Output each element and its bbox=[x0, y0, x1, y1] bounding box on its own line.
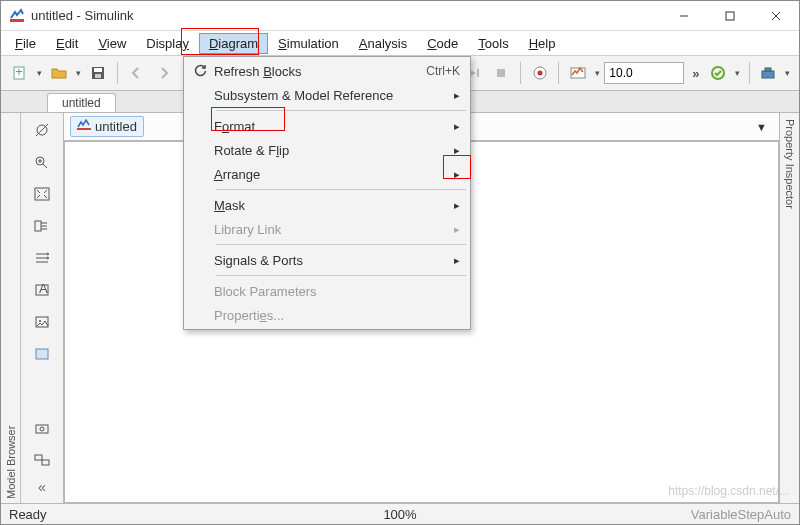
maximize-button[interactable] bbox=[707, 1, 753, 31]
menu-diagram[interactable]: Diagram bbox=[199, 33, 268, 54]
svg-line-23 bbox=[43, 164, 47, 168]
svg-rect-37 bbox=[77, 128, 91, 130]
svg-point-31 bbox=[39, 320, 41, 322]
svg-rect-9 bbox=[95, 74, 101, 78]
svg-text:+: + bbox=[15, 65, 23, 79]
right-panel[interactable]: Property Inspector bbox=[779, 113, 799, 503]
svg-rect-2 bbox=[726, 12, 734, 20]
status-zoom[interactable]: 100% bbox=[383, 507, 416, 522]
property-inspector-label: Property Inspector bbox=[784, 113, 796, 503]
advisor-dropdown[interactable]: ▾ bbox=[733, 68, 743, 78]
status-left: Ready bbox=[9, 507, 47, 522]
minimize-button[interactable] bbox=[661, 1, 707, 31]
breadcrumb-dropdown[interactable]: ▼ bbox=[756, 121, 773, 133]
advisor-button[interactable] bbox=[706, 60, 731, 86]
svg-rect-18 bbox=[762, 71, 774, 78]
svg-point-34 bbox=[40, 427, 44, 431]
stop-button[interactable] bbox=[488, 60, 513, 86]
scope-dropdown[interactable]: ▾ bbox=[593, 68, 603, 78]
menu-tools[interactable]: Tools bbox=[468, 33, 518, 54]
palette-hide-icon[interactable] bbox=[28, 117, 56, 143]
forward-button[interactable] bbox=[151, 60, 176, 86]
dd-refresh-blocks[interactable]: Refresh Blocks Ctrl+K bbox=[186, 59, 468, 83]
refresh-icon bbox=[186, 64, 214, 78]
svg-rect-36 bbox=[42, 460, 49, 465]
menu-view[interactable]: View bbox=[88, 33, 136, 54]
svg-line-21 bbox=[36, 124, 48, 136]
svg-rect-13 bbox=[497, 69, 505, 77]
dd-format[interactable]: Format▸ bbox=[186, 114, 468, 138]
menu-edit[interactable]: Edit bbox=[46, 33, 88, 54]
open-dropdown[interactable]: ▾ bbox=[74, 68, 84, 78]
svg-rect-35 bbox=[35, 455, 42, 460]
menu-file[interactable]: File bbox=[5, 33, 46, 54]
menu-code[interactable]: Code bbox=[417, 33, 468, 54]
palette-zoom-icon[interactable] bbox=[28, 149, 56, 175]
back-button[interactable] bbox=[124, 60, 149, 86]
breadcrumb-label: untitled bbox=[95, 119, 137, 134]
svg-rect-8 bbox=[94, 68, 102, 72]
svg-rect-33 bbox=[36, 425, 48, 433]
record-button[interactable] bbox=[527, 60, 552, 86]
menu-simulation[interactable]: Simulation bbox=[268, 33, 349, 54]
palette-fit-icon[interactable] bbox=[28, 181, 56, 207]
palette-explorer-icon[interactable] bbox=[28, 213, 56, 239]
palette-screenshot-icon[interactable] bbox=[28, 447, 56, 473]
menu-help[interactable]: Help bbox=[519, 33, 566, 54]
titlebar: untitled - Simulink bbox=[1, 1, 799, 31]
window-title: untitled - Simulink bbox=[31, 8, 661, 23]
dd-block-params: Block Parameters bbox=[186, 279, 468, 303]
svg-rect-19 bbox=[765, 68, 771, 71]
palette-image-icon[interactable] bbox=[28, 309, 56, 335]
palette-viewmark-icon[interactable] bbox=[28, 415, 56, 441]
dd-subsystem-ref[interactable]: Subsystem & Model Reference▸ bbox=[186, 83, 468, 107]
model-browser-label[interactable]: Model Browser bbox=[5, 113, 17, 503]
svg-rect-26 bbox=[35, 188, 49, 200]
palette-annotate-icon[interactable]: A bbox=[28, 277, 56, 303]
scope-button[interactable] bbox=[565, 60, 590, 86]
toolbar-more[interactable]: » bbox=[688, 66, 703, 81]
dd-properties: Properties... bbox=[186, 303, 468, 327]
tab-untitled[interactable]: untitled bbox=[47, 93, 116, 112]
build-dropdown[interactable]: ▾ bbox=[783, 68, 793, 78]
breadcrumb-model[interactable]: untitled bbox=[70, 116, 144, 137]
save-button[interactable] bbox=[85, 60, 110, 86]
new-button[interactable]: + bbox=[7, 60, 32, 86]
open-button[interactable] bbox=[46, 60, 71, 86]
svg-rect-12 bbox=[477, 69, 479, 77]
palette-collapse[interactable]: « bbox=[38, 479, 46, 495]
palette-sequence-icon[interactable] bbox=[28, 245, 56, 271]
stop-time-input[interactable] bbox=[604, 62, 684, 84]
menu-display[interactable]: Display bbox=[136, 33, 199, 54]
simulink-icon bbox=[9, 8, 25, 24]
statusbar: Ready 100% VariableStepAuto bbox=[1, 503, 799, 525]
diagram-dropdown: Refresh Blocks Ctrl+K Subsystem & Model … bbox=[183, 56, 471, 330]
new-dropdown[interactable]: ▾ bbox=[34, 68, 44, 78]
menu-analysis[interactable]: Analysis bbox=[349, 33, 417, 54]
svg-rect-27 bbox=[35, 221, 41, 231]
status-solver[interactable]: VariableStepAuto bbox=[691, 507, 791, 522]
dd-arrange[interactable]: Arrange▸ bbox=[186, 162, 468, 186]
dd-signals-ports[interactable]: Signals & Ports▸ bbox=[186, 248, 468, 272]
svg-text:A: A bbox=[39, 282, 48, 296]
menubar: File Edit View Display Diagram Simulatio… bbox=[1, 31, 799, 56]
build-button[interactable] bbox=[756, 60, 781, 86]
close-button[interactable] bbox=[753, 1, 799, 31]
dd-library-link: Library Link▸ bbox=[186, 217, 468, 241]
svg-rect-32 bbox=[36, 349, 48, 359]
dd-rotate-flip[interactable]: Rotate & Flip▸ bbox=[186, 138, 468, 162]
model-icon bbox=[77, 119, 91, 134]
svg-rect-0 bbox=[10, 19, 24, 22]
palette-area-icon[interactable] bbox=[28, 341, 56, 367]
svg-point-15 bbox=[537, 71, 542, 76]
dd-mask[interactable]: Mask▸ bbox=[186, 193, 468, 217]
left-palette: A « bbox=[21, 113, 64, 503]
